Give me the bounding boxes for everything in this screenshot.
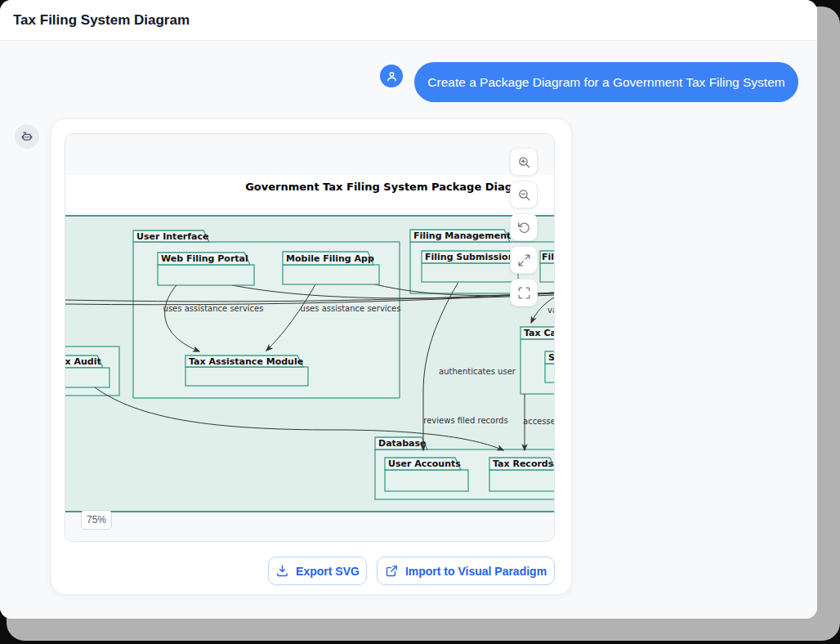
expand-button[interactable]: [510, 246, 538, 274]
card-actions: Export SVG Import to Visual Paradigm: [0, 557, 817, 585]
svg-text:User Accounts: User Accounts: [388, 458, 461, 469]
svg-text:Web Filing Portal: Web Filing Portal: [161, 253, 248, 264]
user-avatar: [380, 65, 403, 87]
zoom-out-icon: [517, 188, 531, 202]
page-title: Tax Filing System Diagram: [13, 0, 190, 41]
edge-authenticates-user: [423, 282, 458, 450]
svg-text:Tax Ca: Tax Ca: [524, 328, 554, 338]
package-filing-clipped: Fil: [540, 251, 554, 282]
svg-text:Mobile Filing App: Mobile Filing App: [286, 253, 374, 264]
diagram-card: Government Tax Filing System Package Dia…: [51, 119, 572, 595]
svg-text:Database: Database: [378, 438, 427, 449]
export-svg-button[interactable]: Export SVG: [268, 557, 367, 585]
zoom-level-badge: 75%: [81, 510, 112, 530]
import-visual-paradigm-button[interactable]: Import to Visual Paradigm: [377, 557, 555, 585]
zoom-out-button[interactable]: [510, 181, 538, 208]
edge-label-validates: va: [547, 306, 554, 315]
person-icon: [385, 69, 399, 83]
download-icon: [275, 564, 289, 578]
user-message-bubble: Create a Package Diagram for a Governmen…: [414, 62, 798, 102]
assistant-avatar: [15, 124, 39, 149]
edge-label-uses-assistance-2: uses assistance services: [301, 304, 401, 313]
package-user-accounts: User Accounts: [385, 458, 468, 491]
svg-text:Filing Management: Filing Management: [413, 230, 511, 241]
svg-text:Tax Audit: Tax Audit: [65, 356, 101, 367]
package-web-filing-portal: Web Filing Portal: [158, 253, 254, 285]
zoom-in-button[interactable]: [510, 148, 538, 176]
diagram-panel: Government Tax Filing System Package Dia…: [65, 133, 555, 542]
external-link-icon: [385, 564, 399, 578]
svg-text:Fil: Fil: [542, 252, 554, 262]
package-diagram-svg: User Interface Filing Management Tax Aud…: [65, 217, 554, 511]
rotate-ccw-icon: [517, 221, 531, 235]
expand-arrows-icon: [517, 253, 531, 267]
export-svg-label: Export SVG: [296, 565, 360, 578]
svg-text:Tax Assistance Module: Tax Assistance Module: [189, 356, 303, 367]
package-mobile-filing-app: Mobile Filing App: [283, 252, 379, 284]
diagram-title: Government Tax Filing System Package Dia…: [227, 181, 554, 193]
import-visual-paradigm-label: Import to Visual Paradigm: [405, 565, 547, 578]
diagram-controls: [510, 148, 538, 306]
svg-text:Filing Submission: Filing Submission: [425, 252, 514, 262]
diagram-canvas[interactable]: User Interface Filing Management Tax Aud…: [65, 215, 554, 512]
fullscreen-icon: [517, 286, 531, 300]
app-window: Tax Filing System Diagram Create a Packa…: [0, 0, 817, 619]
package-tax-assistance-module: Tax Assistance Module: [185, 356, 308, 386]
edge-label-authenticates-user: authenticates user: [439, 367, 516, 376]
fullscreen-button[interactable]: [510, 279, 538, 306]
svg-text:S: S: [548, 352, 554, 363]
edge-label-accesses: accesse: [523, 417, 554, 426]
zoom-in-icon: [517, 155, 531, 169]
package-tax-records: Tax Records: [489, 458, 554, 491]
reset-view-button[interactable]: [510, 213, 538, 241]
edge-label-uses-assistance-1: uses assistance services: [163, 304, 264, 313]
app-header: Tax Filing System Diagram: [0, 0, 817, 41]
package-filing-submission: Filing Submission: [422, 251, 518, 282]
robot-icon: [20, 129, 34, 144]
package-tax-audit: Tax Audit: [65, 347, 119, 396]
package-sub-clipped: S: [545, 351, 554, 382]
svg-text:Tax Records: Tax Records: [493, 458, 554, 469]
svg-text:User Interface: User Interface: [136, 231, 208, 242]
edge-label-reviews-filed-records: reviews filed records: [423, 416, 507, 425]
